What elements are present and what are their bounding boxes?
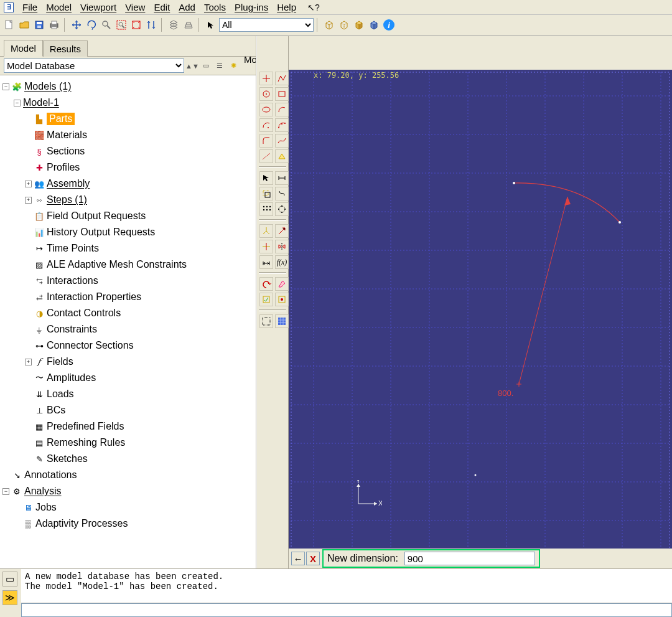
dimension-input[interactable] <box>404 552 535 565</box>
db-updown-icon[interactable]: ▲▼ <box>187 60 198 72</box>
tree-parts[interactable]: ▙Parts <box>0 111 256 127</box>
tool-trim[interactable] <box>259 224 273 238</box>
tool-arc-center[interactable] <box>259 118 273 132</box>
menu-file[interactable]: File <box>22 2 37 12</box>
grid-iso-button[interactable] <box>167 18 180 32</box>
tree-time-points[interactable]: ↦Time Points <box>0 240 256 257</box>
shaded-edges-button[interactable] <box>367 18 381 32</box>
tree-profiles[interactable]: ✚Profiles <box>0 159 256 176</box>
shaded-button[interactable] <box>352 18 366 32</box>
tree-contact-controls[interactable]: ◑Contact Controls <box>0 305 256 321</box>
tree-loads[interactable]: ⇊Loads <box>0 386 256 402</box>
tree-remesh-rules[interactable]: ▤Remeshing Rules <box>0 435 256 451</box>
pan-button[interactable] <box>70 18 83 32</box>
tree-assembly[interactable]: +👥Assembly <box>0 176 256 192</box>
menu-tools[interactable]: Tools <box>204 2 226 12</box>
save-button[interactable] <box>32 18 46 32</box>
tree-interactions[interactable]: ⥃Interactions <box>0 273 256 289</box>
tree-fields[interactable]: +𝑓Fields <box>0 354 256 370</box>
tool-constraint-dim[interactable] <box>275 171 289 185</box>
cli-input[interactable] <box>21 603 672 617</box>
tree-interaction-props[interactable]: ⥄Interaction Properties <box>0 289 256 305</box>
tool-reset-view[interactable] <box>259 314 273 328</box>
tool-split[interactable] <box>259 240 273 253</box>
menu-plugins[interactable]: Plug-ins <box>235 2 268 12</box>
tree-materials[interactable]: 🧱Materials <box>0 127 256 143</box>
db-card-icon[interactable]: ▭ <box>200 60 212 72</box>
tool-offset[interactable] <box>259 187 273 200</box>
tool-polyline[interactable] <box>275 72 289 85</box>
tool-drag[interactable] <box>275 187 289 200</box>
grid-persp-button[interactable] <box>182 18 195 32</box>
tree-constraints[interactable]: ⏚Constraints <box>0 321 256 337</box>
tool-project[interactable] <box>275 149 289 163</box>
zoom-box-button[interactable] <box>114 18 128 32</box>
db-select[interactable]: Model Database <box>4 59 184 73</box>
tool-point[interactable] <box>259 72 273 85</box>
tab-model[interactable]: Model <box>4 40 43 57</box>
tree-bcs[interactable]: ⊥BCs <box>0 402 256 418</box>
tree-ale[interactable]: ▨ALE Adaptive Mesh Constraints <box>0 257 256 273</box>
tree-adaptivity[interactable]: ▒Adaptivity Processes <box>0 516 256 532</box>
tool-arc-tangent[interactable] <box>275 103 289 116</box>
db-filter-icon[interactable]: ☰ <box>214 60 225 72</box>
print-button[interactable] <box>47 18 61 32</box>
tree-steps[interactable]: +◦◦Steps (1) <box>0 192 256 208</box>
context-help-icon[interactable]: ↖? <box>307 2 320 12</box>
menu-edit[interactable]: Edit <box>154 2 170 12</box>
tree-analysis[interactable]: −⚙Analysis <box>0 483 256 499</box>
select-arrow-button[interactable] <box>204 18 218 32</box>
tree-sections[interactable]: §Sections <box>0 143 256 159</box>
tool-linear-dim[interactable] <box>259 255 273 269</box>
tool-extend[interactable] <box>275 224 289 238</box>
display-filter-select[interactable]: All <box>219 18 314 32</box>
db-bulb-icon[interactable]: ✺ <box>228 60 239 72</box>
tree-annotations[interactable]: ↘Annotations <box>0 467 256 483</box>
tree-field-output[interactable]: 📋Field Output Requests <box>0 208 256 224</box>
open-file-button[interactable] <box>17 18 31 32</box>
menu-help[interactable]: Help <box>277 2 296 12</box>
tool-sketch-options[interactable] <box>275 293 289 306</box>
tool-parameter[interactable]: f(x) <box>275 255 289 269</box>
message-info-button[interactable]: ▭ <box>2 572 17 586</box>
tool-mirror[interactable] <box>275 240 289 253</box>
menu-viewport[interactable]: Viewport <box>80 2 116 12</box>
tree-connector-sections[interactable]: ⊶Connector Sections <box>0 337 256 354</box>
fit-view-button[interactable] <box>129 18 143 32</box>
tool-rectangle[interactable] <box>275 87 289 101</box>
cli-toggle-button[interactable]: ≫ <box>2 590 17 605</box>
tool-pattern[interactable] <box>259 202 273 216</box>
tree-amplitudes[interactable]: 〜Amplitudes <box>0 370 256 386</box>
tool-construction-line[interactable] <box>259 149 273 163</box>
tool-fillet[interactable] <box>259 134 273 148</box>
tool-circular-pattern[interactable] <box>275 202 289 216</box>
menu-model[interactable]: Model <box>46 2 72 12</box>
tool-ellipse[interactable] <box>259 103 273 116</box>
tool-sketch-save[interactable] <box>259 293 273 306</box>
tool-select[interactable] <box>259 171 273 185</box>
prompt-cancel-button[interactable]: X <box>306 552 320 565</box>
tree-history-output[interactable]: 📊History Output Requests <box>0 224 256 240</box>
tool-grid-options[interactable] <box>275 314 289 328</box>
tool-delete[interactable] <box>275 277 289 291</box>
hidden-line-button[interactable] <box>337 18 351 32</box>
tree-models-root[interactable]: −🧩Models (1) <box>0 78 256 95</box>
model-tree[interactable]: −🧩Models (1) −Model-1 ▙Parts 🧱Materials … <box>0 75 256 568</box>
tool-arc-3pt[interactable] <box>275 118 289 132</box>
rotate-button[interactable] <box>85 18 98 32</box>
tree-sketches[interactable]: ✎Sketches <box>0 451 256 467</box>
zoom-button[interactable] <box>100 18 113 32</box>
tool-spline[interactable] <box>275 134 289 148</box>
new-file-button[interactable] <box>2 18 16 32</box>
tree-jobs[interactable]: 🖥Jobs <box>0 499 256 516</box>
menu-view[interactable]: View <box>125 2 145 12</box>
prompt-back-button[interactable]: ← <box>291 552 305 565</box>
wireframe-button[interactable] <box>322 18 336 32</box>
sketch-canvas[interactable]: x: 79.20, y: 255.56 800. <box>289 70 672 549</box>
tree-model-1[interactable]: −Model-1 <box>0 95 256 111</box>
cycle-views-button[interactable] <box>144 18 158 32</box>
tool-undo[interactable] <box>259 277 273 291</box>
menu-add[interactable]: Add <box>179 2 195 12</box>
tab-results[interactable]: Results <box>43 40 88 57</box>
info-button[interactable]: i <box>382 18 396 32</box>
